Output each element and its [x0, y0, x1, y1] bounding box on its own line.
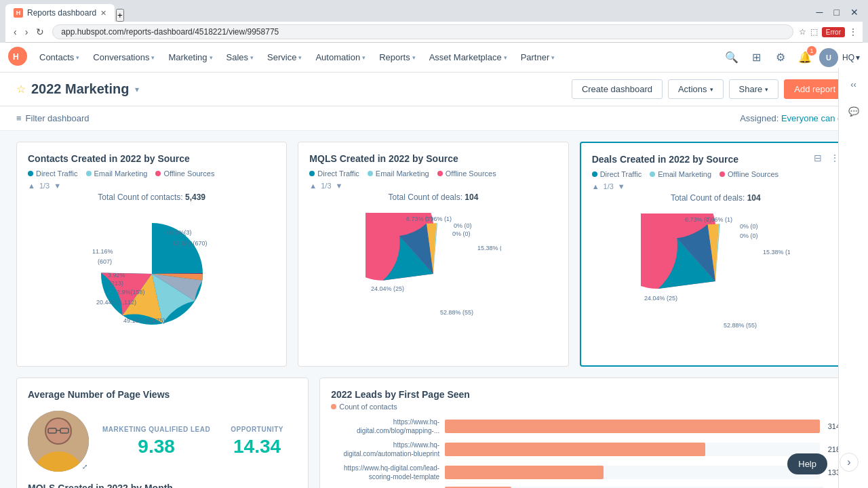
page-views-content: ⤢ MARKETING QUALIFIED LEAD 9.38 OPPORTUN… — [28, 411, 297, 472]
right-panel: ‹‹ 💬 — [838, 68, 868, 488]
back-button[interactable]: ‹ — [11, 25, 20, 39]
page-title: 2022 Marketing — [31, 81, 130, 97]
nav-sales[interactable]: Sales ▾ — [220, 43, 261, 73]
bar-label: https://www.hq-digital.com/lead-scoring-… — [331, 464, 439, 481]
legend-email: Email Marketing — [86, 169, 148, 178]
forward-button[interactable]: › — [22, 25, 31, 39]
bar-rows: https://www.hq-digital.com/blog/mapping-… — [331, 418, 840, 488]
nav-conversations[interactable]: Conversations ▾ — [86, 43, 161, 73]
scroll-right-btn[interactable]: › — [840, 453, 859, 472]
nav-contacts[interactable]: Contacts ▾ — [33, 43, 86, 73]
svg-text:24.04% (25): 24.04% (25) — [371, 285, 404, 292]
svg-text:0.96% (1): 0.96% (1) — [425, 216, 452, 222]
notification-count: 1 — [807, 46, 816, 56]
svg-text:49.18% (2,675): 49.18% (2,675) — [123, 317, 165, 324]
search-button[interactable]: 🔍 — [722, 47, 742, 68]
leads-legend: Count of contacts — [331, 403, 840, 411]
new-tab-button[interactable]: + — [116, 9, 124, 22]
mql-label: MARKETING QUALIFIED LEAD — [102, 426, 210, 433]
mqls-chart-card: MQLS Created in 2022 by Source Direct Tr… — [298, 142, 568, 367]
nav-service[interactable]: Service ▾ — [260, 43, 309, 73]
bottom-row: Average Number of Page Views — [16, 378, 852, 488]
mqls-month-title: MQLS Created in 2022 by Month — [28, 483, 297, 488]
url-bar[interactable]: app.hubspot.com/reports-dashboard/451822… — [52, 24, 793, 39]
hubspot-logo[interactable]: H — [8, 47, 27, 68]
help-button[interactable]: Help — [787, 453, 827, 474]
svg-text:3.92%: 3.92% — [108, 272, 125, 279]
deals-legend: Direct Traffic Email Marketing Offline S… — [592, 170, 840, 178]
bar-row: https://www.hq-digital.com/automation-bl… — [331, 441, 840, 458]
deals-legend-direct: Direct Traffic — [592, 170, 642, 178]
bar-row: https://www.hq-digital.com/blog/mapping-… — [331, 418, 840, 435]
chart2-pie: 52.88% (55) 24.04% (25) 15.38% (16) 6.73… — [309, 207, 557, 340]
notifications-button[interactable]: 🔔 1 — [795, 47, 815, 68]
tab-label: Reports dashboard — [27, 8, 96, 18]
chart1-meta: ▲ 1/3 ▼ — [28, 182, 275, 190]
nav-reports[interactable]: Reports ▾ — [372, 43, 422, 73]
favorite-icon[interactable]: ☆ — [16, 83, 26, 96]
chart3-filter-btn[interactable]: ⊟ — [811, 151, 825, 165]
nav-partner[interactable]: Partner ▾ — [514, 43, 562, 73]
hq-selector[interactable]: HQ ▾ — [842, 53, 860, 62]
chart1-nav: 1/3 — [39, 182, 50, 190]
svg-text:52.88% (55): 52.88% (55) — [724, 322, 757, 329]
nav-items: Contacts ▾ Conversations ▾ Marketing ▾ S… — [33, 43, 722, 73]
dashboard-header: ☆ 2022 Marketing ▾ Create dashboard Acti… — [0, 73, 868, 106]
chart2-prev[interactable]: ▲ — [309, 182, 317, 190]
chart2-total: Total Count of deals: 104 — [309, 192, 557, 202]
nav-marketing[interactable]: Marketing ▾ — [161, 43, 219, 73]
chart2-next[interactable]: ▼ — [336, 182, 343, 190]
address-bar: ‹ › ↻ app.hubspot.com/reports-dashboard/… — [5, 22, 863, 43]
extensions-icon[interactable]: ⬚ — [810, 27, 818, 37]
title-row: ☆ 2022 Marketing ▾ — [16, 81, 139, 97]
collapse-panel-btn[interactable]: ‹‹ — [843, 73, 865, 95]
more-options[interactable]: ⋮ — [849, 27, 857, 37]
page-views-title: Average Number of Page Views — [28, 389, 297, 400]
svg-text:20.44%(1,112): 20.44%(1,112) — [96, 299, 136, 306]
user-avatar[interactable]: U — [819, 48, 838, 67]
bar-label: https://www.hq-digital.com/automation-bl… — [331, 441, 439, 458]
svg-text:(213): (213) — [109, 280, 123, 287]
deals-chart-title: Deals Created in 2022 by Source — [592, 154, 840, 165]
page-views-card: Average Number of Page Views — [16, 378, 309, 488]
leads-chart-card: 2022 Leads by First Page Seen Count of c… — [319, 378, 852, 488]
contacts-chart-card: Contacts Created in 2022 by Source Direc… — [16, 142, 287, 367]
chart3-next[interactable]: ▼ — [618, 182, 625, 190]
chart1-prev[interactable]: ▲ — [28, 182, 35, 190]
refresh-button[interactable]: ↻ — [33, 25, 47, 39]
svg-text:(607): (607) — [98, 258, 112, 265]
charts-row: Contacts Created in 2022 by Source Direc… — [16, 142, 852, 367]
close-button[interactable]: ✕ — [846, 5, 863, 19]
actions-button[interactable]: Actions ▾ — [668, 79, 724, 99]
tab-close-button[interactable]: ✕ — [100, 9, 106, 18]
share-button[interactable]: Share ▾ — [729, 79, 779, 99]
title-dropdown[interactable]: ▾ — [135, 85, 139, 94]
chart1-next[interactable]: ▼ — [54, 182, 61, 190]
svg-text:2.9%(158): 2.9%(158) — [117, 289, 145, 296]
svg-text:0% (0): 0% (0) — [740, 223, 758, 230]
create-dashboard-button[interactable]: Create dashboard — [572, 79, 663, 99]
nav-asset-marketplace[interactable]: Asset Marketplace ▾ — [422, 43, 514, 73]
chart3-meta: ▲ 1/3 ▼ — [592, 182, 840, 190]
chart3-prev[interactable]: ▲ — [592, 182, 599, 190]
nav-controls: ‹ › ↻ — [11, 25, 47, 39]
apps-button[interactable]: ⊞ — [746, 47, 766, 68]
star-bookmark[interactable]: ☆ — [799, 27, 806, 37]
active-tab[interactable]: H Reports dashboard ✕ — [5, 4, 115, 22]
mqls-legend-direct: Direct Traffic — [309, 169, 359, 178]
bar-track — [445, 420, 819, 433]
bar-label: https://www.hq-digital.com/blog/mapping-… — [331, 418, 439, 435]
bar-fill — [445, 466, 604, 479]
mqls-legend-email: Email Marketing — [368, 169, 429, 178]
nav-automation[interactable]: Automation ▾ — [309, 43, 372, 73]
deals-legend-email: Email Marketing — [650, 170, 711, 178]
filter-dashboard-btn[interactable]: ≡ Filter dashboard — [16, 113, 90, 123]
settings-button[interactable]: ⚙ — [770, 47, 791, 68]
chat-panel-btn[interactable]: 💬 — [843, 100, 865, 122]
minimize-button[interactable]: ─ — [812, 5, 827, 19]
svg-text:24.04% (25): 24.04% (25) — [644, 295, 677, 302]
expand-icon[interactable]: ⤢ — [82, 463, 87, 470]
chart1-total: Total Count of contacts: 5,439 — [28, 192, 275, 202]
metrics-grid: MARKETING QUALIFIED LEAD 9.38 OPPORTUNIT… — [102, 426, 283, 458]
maximize-button[interactable]: □ — [830, 5, 844, 19]
